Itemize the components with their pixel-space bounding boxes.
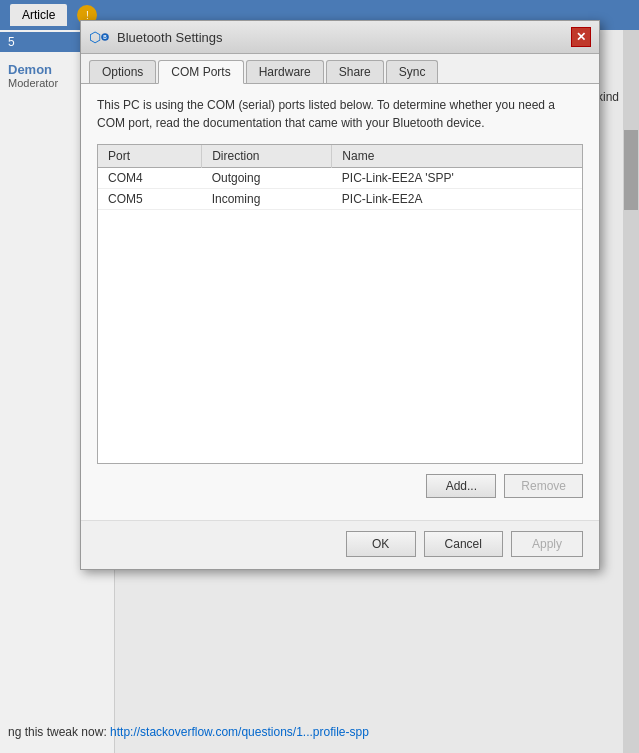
tab-bar: Options COM Ports Hardware Share Sync: [81, 54, 599, 84]
close-button[interactable]: ✕: [571, 27, 591, 47]
cancel-button[interactable]: Cancel: [424, 531, 503, 557]
cell-name: PIC-Link-EE2A: [332, 189, 582, 210]
cell-port: COM4: [98, 168, 202, 189]
remove-button[interactable]: Remove: [504, 474, 583, 498]
forum-scrollbar[interactable]: [623, 30, 639, 753]
cell-name: PIC-Link-EE2A 'SPP': [332, 168, 582, 189]
tab-options[interactable]: Options: [89, 60, 156, 83]
table-row[interactable]: COM5IncomingPIC-Link-EE2A: [98, 189, 582, 210]
cell-direction: Outgoing: [202, 168, 332, 189]
apply-button[interactable]: Apply: [511, 531, 583, 557]
bluetooth-icon: ⬡ B: [89, 27, 109, 47]
cell-port: COM5: [98, 189, 202, 210]
col-header-port: Port: [98, 145, 202, 168]
forum-link[interactable]: http://stackoverflow.com/questions/1...p…: [110, 725, 369, 739]
forum-bottom: ng this tweak now: http://stackoverflow.…: [0, 721, 639, 743]
table-header-row: Port Direction Name: [98, 145, 582, 168]
dialog-body: This PC is using the COM (serial) ports …: [81, 84, 599, 520]
bluetooth-settings-dialog: ⬡ B Bluetooth Settings ✕ Options COM Por…: [80, 20, 600, 570]
titlebar-left: ⬡ B Bluetooth Settings: [89, 27, 223, 47]
forum-tab-article: Article: [10, 4, 67, 26]
tab-sync[interactable]: Sync: [386, 60, 439, 83]
dialog-footer: OK Cancel Apply: [81, 520, 599, 569]
ok-button[interactable]: OK: [346, 531, 416, 557]
table-row[interactable]: COM4OutgoingPIC-Link-EE2A 'SPP': [98, 168, 582, 189]
tab-hardware[interactable]: Hardware: [246, 60, 324, 83]
tab-share[interactable]: Share: [326, 60, 384, 83]
col-header-direction: Direction: [202, 145, 332, 168]
col-header-name: Name: [332, 145, 582, 168]
info-text: This PC is using the COM (serial) ports …: [97, 96, 583, 132]
svg-text:B: B: [103, 35, 107, 40]
tab-com-ports[interactable]: COM Ports: [158, 60, 243, 84]
cell-direction: Incoming: [202, 189, 332, 210]
add-button[interactable]: Add...: [426, 474, 496, 498]
table-action-buttons: Add... Remove: [97, 474, 583, 498]
dialog-title: Bluetooth Settings: [117, 30, 223, 45]
dialog-titlebar: ⬡ B Bluetooth Settings ✕: [81, 21, 599, 54]
ports-table-wrapper: Port Direction Name COM4OutgoingPIC-Link…: [97, 144, 583, 464]
bt-icon-svg: B: [101, 27, 109, 47]
scrollbar-thumb[interactable]: [624, 130, 638, 210]
ports-table: Port Direction Name COM4OutgoingPIC-Link…: [98, 145, 582, 210]
